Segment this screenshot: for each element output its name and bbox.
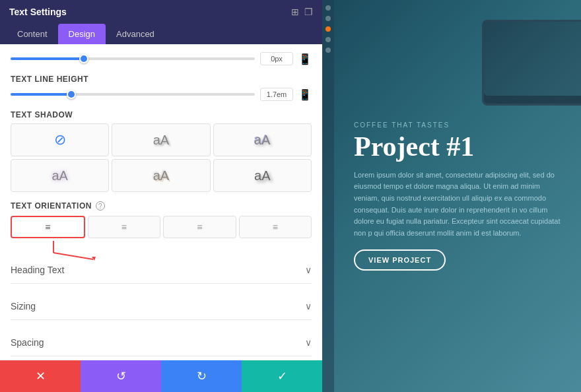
align-justify-icon: ≡	[273, 222, 278, 232]
shadow-option-2[interactable]: aA	[213, 123, 312, 156]
accordion-sizing-chevron: ∨	[305, 301, 312, 311]
shadow-option-4[interactable]: aA	[112, 159, 210, 192]
line-height-value[interactable]: 1.7em	[260, 88, 293, 101]
text-shadow-section: Text Shadow ⊘ aA aA aA aA aA	[11, 110, 312, 192]
collapse-icon[interactable]: ❐	[304, 7, 313, 17]
settings-panel: Text Settings ⊞ ❐ Content Design Advance…	[0, 0, 322, 392]
tab-content[interactable]: Content	[7, 24, 58, 44]
undo-icon: ↺	[116, 369, 126, 383]
shadow-option-1[interactable]: aA	[112, 123, 210, 156]
line-height-slider-track[interactable]	[11, 93, 255, 96]
align-left-icon: ≡	[45, 222, 50, 232]
sidebar-dot-5	[325, 48, 331, 53]
accordion-sizing-title: Sizing	[11, 301, 36, 311]
sidebar-strip	[322, 0, 334, 392]
orientation-header: Text Orientation ?	[11, 201, 312, 211]
responsive-icon-lh: 📱	[298, 88, 312, 101]
accordion-spacing-header[interactable]: Spacing ∨	[11, 337, 312, 348]
panel-content: 0px 📱 Text Line Height 1.7em 📱 Text Shad…	[0, 44, 322, 360]
accordion-sizing-header[interactable]: Sizing ∨	[11, 301, 312, 311]
shadow-grid: ⊘ aA aA aA aA aA	[11, 123, 312, 192]
responsive-icon-top: 📱	[298, 53, 312, 65]
line-height-section: Text Line Height 1.7em 📱	[11, 75, 312, 101]
top-slider-value[interactable]: 0px	[260, 52, 293, 65]
undo-button[interactable]: ↺	[81, 360, 161, 392]
top-slider-row: 0px 📱	[11, 52, 312, 65]
project-description: Lorem ipsum dolor sit amet, consectetur …	[354, 170, 565, 240]
line-height-slider-row: 1.7em 📱	[11, 88, 312, 101]
preview-panel: COFFEE THAT TASTES Project #1 Lorem ipsu…	[322, 0, 581, 392]
orientation-justify[interactable]: ≡	[239, 216, 312, 238]
svg-line-1	[53, 253, 93, 259]
laptop-mockup	[482, 20, 581, 106]
top-slider-track[interactable]	[11, 57, 255, 60]
shadow-3-icon: aA	[51, 168, 67, 183]
top-slider-thumb[interactable]	[79, 54, 88, 63]
panel-title: Text Settings	[9, 7, 67, 17]
tab-advanced[interactable]: Advanced	[106, 24, 165, 44]
line-height-thumb[interactable]	[67, 90, 76, 99]
sidebar-dot-2	[325, 16, 331, 21]
shadow-option-3[interactable]: aA	[11, 159, 109, 192]
annotation-arrow-svg	[30, 241, 110, 261]
shadow-4-icon: aA	[153, 168, 169, 183]
preview-background: COFFEE THAT TASTES Project #1 Lorem ipsu…	[322, 0, 581, 392]
orientation-options: ≡ ≡ ≡ ≡	[11, 216, 312, 238]
save-button[interactable]: ✓	[242, 360, 322, 392]
accordion-spacing-chevron: ∨	[305, 337, 312, 348]
sidebar-dot-4	[325, 37, 331, 42]
orientation-right[interactable]: ≡	[163, 216, 236, 238]
bottom-toolbar: ✕ ↺ ↻ ✓	[0, 360, 322, 392]
accordion-spacing-title: Spacing	[11, 337, 44, 348]
redo-button[interactable]: ↻	[161, 360, 242, 392]
text-orientation-section: Text Orientation ? ≡ ≡ ≡ ≡	[11, 201, 312, 238]
orientation-left[interactable]: ≡	[11, 216, 85, 238]
cancel-icon: ✕	[36, 369, 46, 383]
panel-header-icons: ⊞ ❐	[291, 7, 313, 17]
orientation-label: Text Orientation	[11, 201, 92, 211]
align-right-icon: ≡	[197, 222, 202, 232]
line-height-label: Text Line Height	[11, 75, 312, 84]
align-center-icon: ≡	[121, 222, 127, 232]
laptop-screen	[484, 22, 581, 96]
expand-icon[interactable]: ⊞	[291, 7, 299, 17]
accordion-sizing[interactable]: Sizing ∨	[11, 293, 312, 320]
project-title: Project #1	[354, 131, 565, 162]
accordion-heading-chevron: ∨	[305, 265, 312, 275]
panel-header: Text Settings ⊞ ❐	[0, 0, 322, 24]
shadow-option-5[interactable]: aA	[213, 159, 312, 192]
help-icon[interactable]: ?	[96, 201, 105, 211]
accordion-heading-text[interactable]: Heading Text ∨	[11, 257, 312, 284]
shadow-5-icon: aA	[254, 168, 270, 183]
sidebar-dot-1	[325, 5, 331, 11]
sidebar-dot-3	[325, 26, 331, 32]
tab-design[interactable]: Design	[58, 24, 106, 44]
accordion-heading-header[interactable]: Heading Text ∨	[11, 265, 312, 275]
no-shadow-icon: ⊘	[54, 131, 66, 148]
line-height-fill	[11, 93, 72, 96]
accordion-spacing[interactable]: Spacing ∨	[11, 329, 312, 356]
top-slider-fill	[11, 57, 84, 60]
orientation-center[interactable]: ≡	[88, 216, 161, 238]
text-shadow-label: Text Shadow	[11, 110, 312, 119]
view-project-button[interactable]: VIEW PROJECT	[354, 249, 446, 271]
shadow-1-icon: aA	[153, 133, 169, 148]
accordion-heading-title: Heading Text	[11, 265, 64, 275]
redo-icon: ↻	[197, 369, 207, 383]
shadow-option-none[interactable]: ⊘	[11, 123, 109, 156]
cancel-button[interactable]: ✕	[0, 360, 81, 392]
coffee-label: COFFEE THAT TASTES	[354, 121, 565, 129]
tabs-bar: Content Design Advanced	[0, 24, 322, 44]
save-icon: ✓	[277, 369, 287, 383]
preview-content: COFFEE THAT TASTES Project #1 Lorem ipsu…	[338, 121, 565, 271]
shadow-2-icon: aA	[254, 133, 270, 148]
